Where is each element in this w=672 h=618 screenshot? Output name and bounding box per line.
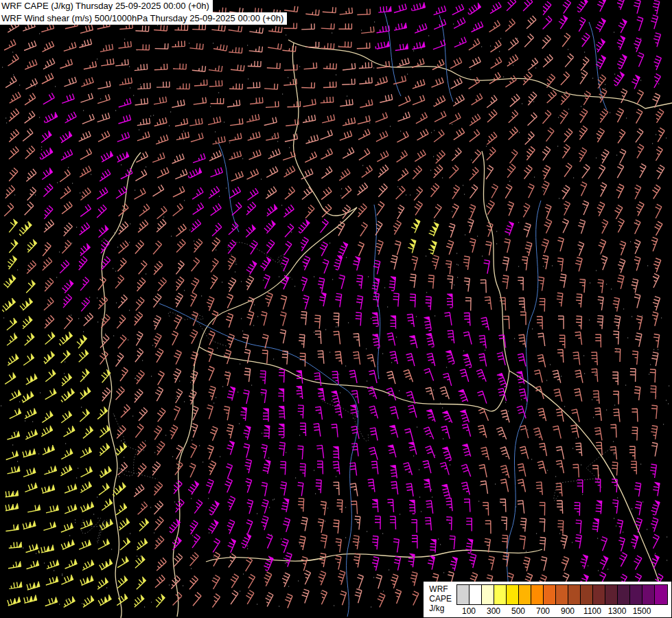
weather-map-stage: WRF CAPE (J/kg) Thursday 25-09-2025 00:0… [0,0,672,618]
legend-model-label: WRF [429,584,452,594]
legend-labels: WRF CAPE J/kg [429,584,452,614]
legend-tick-label: 1500 [633,606,651,616]
legend-scale: 100300500700900110013001500 [456,584,668,615]
legend-tick-label: 1100 [583,606,601,616]
title-line-windshear: WRF Wind shear (m/s) 500/1000hPa Thursda… [0,12,287,25]
legend-parameter-label: CAPE [429,594,452,604]
legend-color-cell [605,585,618,604]
legend-colorbar [456,584,668,605]
legend-color-cell [593,585,605,604]
legend-tick-label: 100 [462,606,476,616]
weather-map [0,0,672,618]
legend-tick-label: 700 [536,606,550,616]
legend-color-cell [531,585,544,604]
map-background [0,0,672,618]
legend-color-cell [581,585,593,604]
legend-color-cell [519,585,531,604]
legend-color-cell [544,585,556,604]
legend-color-cell [470,585,482,604]
cape-legend: WRF CAPE J/kg 10030050070090011001300150… [424,582,671,617]
legend-tick-label: 300 [487,606,500,616]
map-title-overlay: WRF CAPE (J/kg) Thursday 25-09-2025 00:0… [0,0,287,25]
legend-color-cell [482,585,494,604]
legend-color-cell [507,585,519,604]
legend-tick-label: 500 [511,606,525,616]
legend-color-cell [630,585,642,604]
legend-unit-label: J/kg [429,604,452,614]
title-line-cape: WRF CAPE (J/kg) Thursday 25-09-2025 00:0… [0,0,213,12]
legend-tick-label: 1300 [608,606,627,616]
legend-color-cell [655,585,667,604]
legend-color-cell [568,585,581,604]
legend-color-cell [494,585,507,604]
legend-color-cell [457,585,470,604]
legend-color-cell [642,585,655,604]
legend-tick-row: 100300500700900110013001500 [456,605,667,615]
legend-color-cell [556,585,568,604]
legend-color-cell [618,585,630,604]
legend-tick-label: 900 [561,606,575,616]
